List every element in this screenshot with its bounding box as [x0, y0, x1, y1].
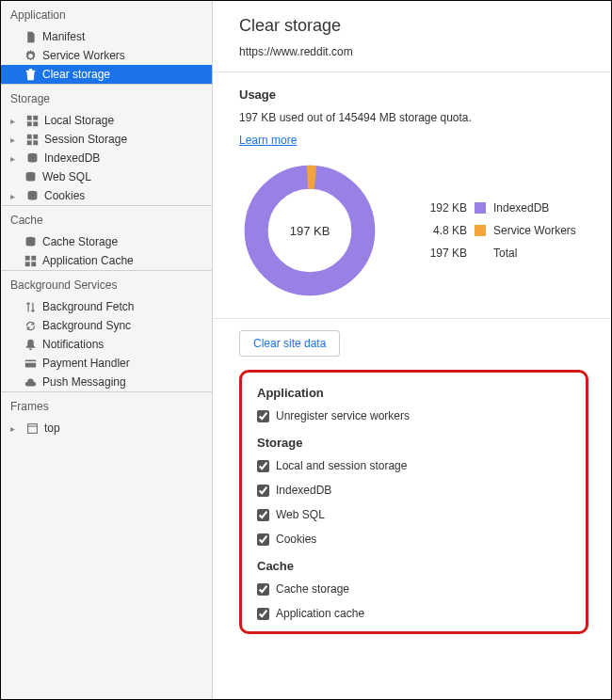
- trash-icon: [24, 68, 37, 81]
- option-label: Local and session storage: [276, 459, 407, 472]
- option-label: IndexedDB: [276, 484, 331, 497]
- checkbox[interactable]: [257, 583, 269, 596]
- sidebar-item-label: Session Storage: [44, 133, 127, 146]
- option-cookies[interactable]: Cookies: [257, 533, 571, 546]
- options-group-title: Cache: [257, 559, 571, 573]
- option-label: Unregister service workers: [276, 409, 410, 422]
- sidebar-group-title: Application: [1, 1, 212, 27]
- sidebar-item-payment-handler[interactable]: Payment Handler: [1, 354, 212, 373]
- sidebar-item-push-messaging[interactable]: Push Messaging: [1, 373, 212, 391]
- legend-name: IndexedDB: [493, 201, 549, 215]
- option-label: Cache storage: [276, 582, 349, 596]
- svg-rect-0: [26, 115, 31, 119]
- sidebar-item-service-workers[interactable]: Service Workers: [1, 46, 212, 65]
- sidebar-item-background-sync[interactable]: Background Sync: [1, 316, 212, 335]
- svg-rect-6: [26, 140, 31, 145]
- usage-legend: 192 KBIndexedDB4.8 KBService Workers197 …: [422, 201, 576, 260]
- sidebar-item-label: IndexedDB: [44, 151, 100, 165]
- sidebar-item-label: Cache Storage: [42, 235, 118, 248]
- usage-donut-chart: 197 KB: [239, 160, 380, 301]
- option-web-sql[interactable]: Web SQL: [257, 508, 571, 521]
- sidebar-item-top[interactable]: ▸top: [1, 419, 212, 438]
- sidebar-item-local-storage[interactable]: ▸Local Storage: [1, 111, 212, 130]
- sync-icon: [24, 319, 37, 332]
- checkbox[interactable]: [257, 509, 269, 521]
- sidebar-item-notifications[interactable]: Notifications: [1, 335, 212, 354]
- option-local-and-session-storage[interactable]: Local and session storage: [257, 459, 571, 472]
- svg-rect-7: [33, 140, 38, 145]
- window-icon: [25, 422, 39, 435]
- option-indexeddb[interactable]: IndexedDB: [257, 484, 571, 497]
- svg-rect-15: [31, 262, 36, 266]
- sidebar-item-background-fetch[interactable]: Background Fetch: [1, 297, 212, 316]
- grid-icon: [25, 133, 39, 146]
- sidebar-item-label: Web SQL: [42, 170, 91, 183]
- sidebar-item-session-storage[interactable]: ▸Session Storage: [1, 130, 212, 149]
- usage-text: 197 KB used out of 145494 MB storage quo…: [239, 111, 590, 124]
- sidebar-group-title: Cache: [1, 205, 212, 232]
- gear-icon: [24, 49, 37, 62]
- svg-rect-2: [26, 121, 31, 126]
- option-label: Web SQL: [276, 508, 325, 521]
- updown-icon: [24, 300, 37, 313]
- storage-url: https://www.reddit.com: [239, 45, 590, 58]
- donut-center-label: 197 KB: [239, 160, 380, 301]
- legend-row: 4.8 KBService Workers: [422, 224, 576, 237]
- learn-more-link[interactable]: Learn more: [239, 134, 297, 147]
- chevron-right-icon: ▸: [10, 191, 20, 201]
- bell-icon: [24, 338, 37, 351]
- option-label: Cookies: [276, 533, 316, 546]
- svg-rect-16: [24, 359, 35, 367]
- sidebar-item-web-sql[interactable]: Web SQL: [1, 167, 212, 186]
- legend-row: 197 KBTotal: [422, 247, 576, 260]
- chevron-right-icon: ▸: [10, 423, 20, 434]
- option-application-cache[interactable]: Application cache: [257, 607, 571, 620]
- sidebar-item-manifest[interactable]: Manifest: [1, 27, 212, 46]
- main-panel: Clear storage https://www.reddit.com Usa…: [213, 1, 611, 699]
- sidebar-item-label: Service Workers: [42, 49, 125, 62]
- sidebar: ApplicationManifestService WorkersClear …: [1, 1, 213, 699]
- svg-rect-1: [33, 115, 38, 119]
- usage-title: Usage: [239, 88, 590, 102]
- svg-rect-5: [33, 134, 38, 138]
- grid-icon: [25, 114, 39, 127]
- sidebar-group-title: Background Services: [1, 270, 212, 297]
- checkbox[interactable]: [257, 608, 269, 620]
- sidebar-item-label: Manifest: [42, 30, 85, 43]
- legend-swatch: [475, 225, 486, 236]
- sidebar-item-clear-storage[interactable]: Clear storage: [1, 65, 212, 84]
- sidebar-item-indexeddb[interactable]: ▸IndexedDB: [1, 149, 212, 167]
- chevron-right-icon: ▸: [10, 153, 20, 164]
- legend-row: 192 KBIndexedDB: [422, 201, 576, 215]
- sidebar-item-label: Clear storage: [42, 68, 110, 81]
- svg-rect-14: [24, 262, 29, 266]
- legend-name: Service Workers: [493, 224, 576, 237]
- checkbox[interactable]: [257, 460, 269, 472]
- sidebar-item-label: top: [44, 422, 60, 435]
- grid-icon: [24, 254, 37, 267]
- checkbox[interactable]: [257, 485, 269, 497]
- chevron-right-icon: ▸: [10, 135, 20, 145]
- sidebar-item-label: Notifications: [42, 338, 104, 351]
- sidebar-item-cache-storage[interactable]: Cache Storage: [1, 232, 212, 251]
- chevron-right-icon: ▸: [10, 116, 20, 126]
- svg-rect-3: [33, 121, 38, 126]
- options-group-title: Storage: [257, 436, 571, 450]
- legend-size: 4.8 KB: [422, 224, 467, 237]
- checkbox[interactable]: [257, 533, 269, 546]
- db-icon: [25, 189, 39, 202]
- legend-size: 192 KB: [422, 201, 467, 215]
- sidebar-item-label: Background Sync: [42, 319, 131, 332]
- sidebar-item-cookies[interactable]: ▸Cookies: [1, 186, 212, 205]
- checkbox[interactable]: [257, 410, 269, 422]
- option-cache-storage[interactable]: Cache storage: [257, 582, 571, 596]
- db-icon: [25, 151, 39, 165]
- db-icon: [24, 170, 37, 183]
- sidebar-group-title: Storage: [1, 84, 212, 111]
- file-icon: [24, 30, 37, 43]
- sidebar-item-application-cache[interactable]: Application Cache: [1, 251, 212, 270]
- sidebar-item-label: Background Fetch: [42, 300, 134, 313]
- clear-site-data-button[interactable]: Clear site data: [239, 330, 340, 357]
- sidebar-item-label: Application Cache: [42, 254, 134, 267]
- option-unregister-service-workers[interactable]: Unregister service workers: [257, 409, 571, 422]
